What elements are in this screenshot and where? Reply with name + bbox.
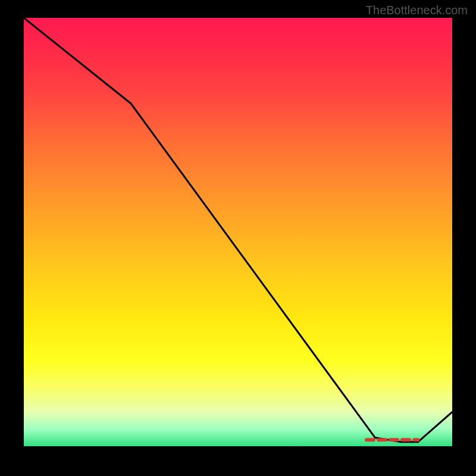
watermark-text: TheBottleneck.com [366,4,468,17]
chart-line [24,18,452,442]
chart-svg [24,18,452,446]
chart-plot-area [24,18,452,446]
